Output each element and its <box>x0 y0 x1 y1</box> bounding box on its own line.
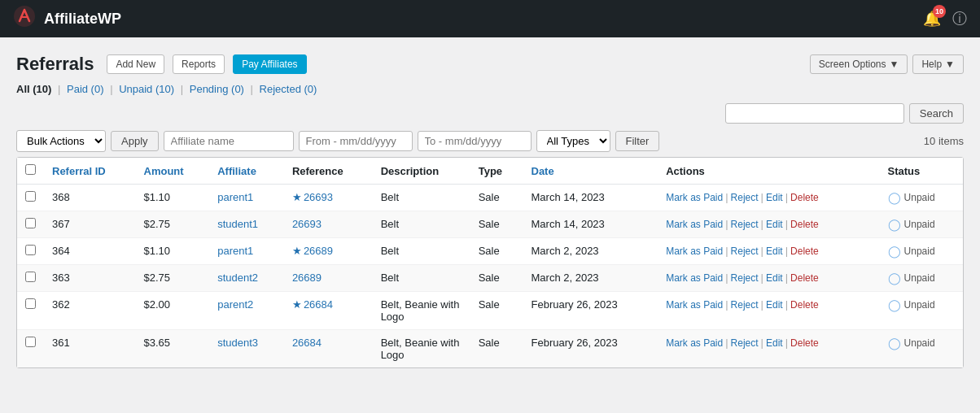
table-header-row: Referral ID Amount Affiliate Reference D… <box>17 158 963 185</box>
from-date-input[interactable] <box>299 131 413 151</box>
col-referral-id: Referral ID <box>44 158 136 185</box>
edit-362[interactable]: Edit <box>766 299 783 311</box>
affiliate-name-input[interactable] <box>164 131 294 151</box>
search-button[interactable]: Search <box>909 103 964 124</box>
row-date-364: March 2, 2023 <box>523 238 658 265</box>
edit-364[interactable]: Edit <box>766 246 783 257</box>
delete-367[interactable]: Delete <box>790 219 819 230</box>
reject-364[interactable]: Reject <box>731 246 759 257</box>
reject-363[interactable]: Reject <box>731 272 759 284</box>
reject-362[interactable]: Reject <box>731 299 759 311</box>
sort-amount[interactable]: Amount <box>144 165 184 177</box>
status-dot-icon: ◯ <box>888 218 901 231</box>
row-description-368: Belt <box>373 185 470 211</box>
delete-363[interactable]: Delete <box>790 272 819 284</box>
star-icon: ★ <box>292 191 302 203</box>
pay-affiliates-button[interactable]: Pay Affiliates <box>233 54 306 74</box>
sort-affiliate[interactable]: Affiliate <box>217 165 256 177</box>
reports-button[interactable]: Reports <box>173 54 225 74</box>
row-checkbox-cell <box>17 265 44 292</box>
col-affiliate: Affiliate <box>209 158 284 185</box>
row-actions-368: Mark as Paid|Reject|Edit|Delete <box>658 185 879 211</box>
row-checkbox-367[interactable] <box>25 218 36 228</box>
mark-paid-364[interactable]: Mark as Paid <box>666 246 723 257</box>
row-type-362: Sale <box>470 292 523 330</box>
select-all-checkbox[interactable] <box>25 164 36 175</box>
table-row: 363 $2.75 student2 26689 Belt Sale March… <box>17 265 963 292</box>
row-description-364: Belt <box>373 238 470 265</box>
reject-368[interactable]: Reject <box>731 192 759 203</box>
reference-link-361[interactable]: 26684 <box>292 337 322 349</box>
affiliate-link-364[interactable]: parent1 <box>217 245 253 257</box>
reference-link-362[interactable]: 26684 <box>304 298 333 311</box>
affiliate-link-368[interactable]: parent1 <box>217 191 253 203</box>
table-row: 361 $3.65 student3 26684 Belt, Beanie wi… <box>17 330 963 368</box>
reference-link-363[interactable]: 26689 <box>292 272 322 284</box>
apply-button[interactable]: Apply <box>111 131 159 151</box>
sort-referral-id[interactable]: Referral ID <box>52 165 106 177</box>
row-reference-364: ★26689 <box>284 238 373 265</box>
mark-paid-367[interactable]: Mark as Paid <box>666 219 723 230</box>
delete-368[interactable]: Delete <box>790 192 819 203</box>
delete-364[interactable]: Delete <box>790 246 819 257</box>
row-checkbox-cell <box>17 330 44 368</box>
affiliate-link-361[interactable]: student3 <box>217 337 258 349</box>
add-new-button[interactable]: Add New <box>107 54 164 74</box>
row-checkbox-368[interactable] <box>25 191 36 202</box>
row-id-364: 364 <box>44 238 136 265</box>
search-input[interactable] <box>725 103 904 124</box>
toolbar-left: Bulk Actions Apply All Types Filter <box>16 130 659 152</box>
status-dot-icon: ◯ <box>888 337 901 350</box>
help-icon-button[interactable]: ⓘ <box>952 9 967 28</box>
table-row: 364 $1.10 parent1 ★26689 Belt Sale March… <box>17 238 963 265</box>
edit-367[interactable]: Edit <box>766 219 783 230</box>
tab-unpaid[interactable]: Unpaid (10) <box>119 83 174 95</box>
delete-362[interactable]: Delete <box>790 299 819 311</box>
affiliate-link-362[interactable]: parent2 <box>217 298 253 311</box>
help-label: Help <box>921 59 942 70</box>
reference-link-367[interactable]: 26693 <box>292 218 322 230</box>
edit-361[interactable]: Edit <box>766 337 783 349</box>
referrals-table-wrap: Referral ID Amount Affiliate Reference D… <box>16 157 964 368</box>
row-amount-364: $1.10 <box>136 238 210 265</box>
mark-paid-361[interactable]: Mark as Paid <box>666 337 723 349</box>
affiliate-link-367[interactable]: student1 <box>217 218 258 230</box>
tab-paid[interactable]: Paid (0) <box>67 83 104 95</box>
mark-paid-363[interactable]: Mark as Paid <box>666 272 723 284</box>
help-dropdown-button[interactable]: Help ▼ <box>912 54 964 74</box>
row-amount-368: $1.10 <box>136 185 210 211</box>
sort-date[interactable]: Date <box>532 165 554 177</box>
mark-paid-362[interactable]: Mark as Paid <box>666 299 723 311</box>
reference-link-368[interactable]: 26693 <box>304 191 333 203</box>
filter-button[interactable]: Filter <box>615 131 660 151</box>
row-description-367: Belt <box>373 211 470 238</box>
row-checkbox-361[interactable] <box>25 337 36 347</box>
row-reference-363: 26689 <box>284 265 373 292</box>
reject-367[interactable]: Reject <box>731 219 759 230</box>
notifications-button[interactable]: 🔔 10 <box>923 10 941 28</box>
row-status-367: ◯ Unpaid <box>880 211 963 238</box>
tab-rejected[interactable]: Rejected (0) <box>260 83 317 95</box>
type-select[interactable]: All Types <box>536 130 610 152</box>
row-status-364: ◯ Unpaid <box>880 238 963 265</box>
delete-361[interactable]: Delete <box>790 337 819 349</box>
filter-tabs: All (10) | Paid (0) | Unpaid (10) | Pend… <box>16 83 964 95</box>
to-date-input[interactable] <box>418 131 532 151</box>
row-checkbox-363[interactable] <box>25 272 36 282</box>
row-checkbox-364[interactable] <box>25 245 36 255</box>
affiliate-link-363[interactable]: student2 <box>217 272 258 284</box>
bulk-actions-select[interactable]: Bulk Actions <box>16 130 106 152</box>
reject-361[interactable]: Reject <box>731 337 759 349</box>
edit-363[interactable]: Edit <box>766 272 783 284</box>
tab-pending[interactable]: Pending (0) <box>190 83 244 95</box>
screen-options-button[interactable]: Screen Options ▼ <box>810 54 908 74</box>
tab-all[interactable]: All (10) <box>16 83 51 95</box>
row-checkbox-362[interactable] <box>25 298 36 309</box>
reference-link-364[interactable]: 26689 <box>304 245 333 257</box>
items-count: 10 items <box>924 135 964 147</box>
mark-paid-368[interactable]: Mark as Paid <box>666 192 723 203</box>
edit-368[interactable]: Edit <box>766 192 783 203</box>
row-actions-363: Mark as Paid|Reject|Edit|Delete <box>658 265 879 292</box>
col-status: Status <box>880 158 963 185</box>
row-id-361: 361 <box>44 330 136 368</box>
